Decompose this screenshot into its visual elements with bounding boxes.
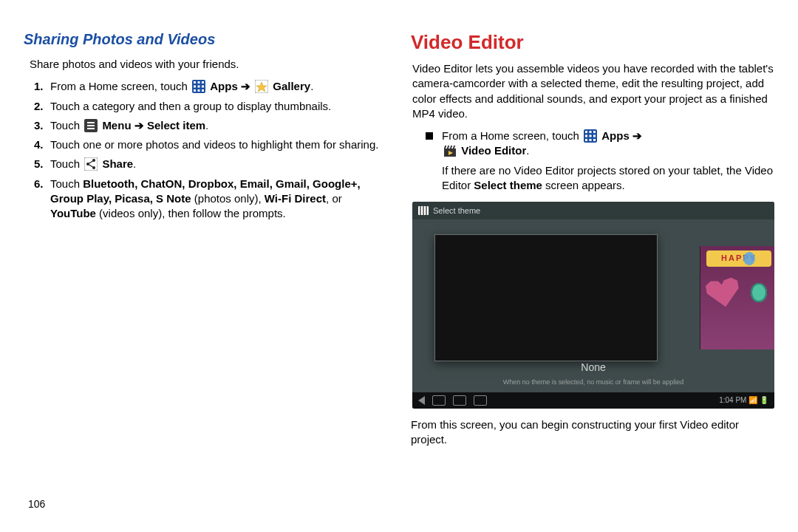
theme-none-label: None: [412, 361, 774, 375]
video-editor-intro: Video Editor lets you assemble videos yo…: [412, 61, 774, 121]
text: From a Home screen, touch: [442, 129, 582, 142]
video-preview-area: [434, 234, 658, 361]
theme-hint: When no theme is selected, no music or f…: [412, 378, 774, 386]
step-number: 3.: [34, 118, 50, 133]
step-4: 4. Touch one or more photos and videos t…: [34, 137, 387, 152]
text: From a Home screen, touch: [50, 80, 191, 92]
youtube: YouTube: [50, 207, 96, 219]
theme-thumbnail-happy: HAPPY: [700, 246, 774, 349]
home-icon: [432, 395, 446, 406]
svg-rect-30: [590, 139, 592, 141]
text: (photos only),: [191, 192, 265, 205]
svg-rect-28: [593, 135, 596, 137]
select-item-label: Select item: [147, 119, 205, 132]
topbar-title: Select theme: [433, 205, 480, 216]
sharing-intro: Share photos and videos with your friend…: [30, 57, 387, 72]
menu-label: Menu: [102, 119, 131, 132]
text: .: [205, 119, 208, 132]
svg-rect-29: [585, 139, 587, 141]
step-5: 5. Touch Share.: [34, 157, 387, 171]
arrow-icon: ➔: [630, 129, 642, 142]
step-number: 1.: [34, 79, 50, 94]
step-number: 2.: [34, 99, 50, 114]
text: Touch: [50, 157, 83, 170]
bullet-text: From a Home screen, touch Apps ➔ Video E…: [442, 129, 774, 159]
step-text: Touch one or more photos and videos to h…: [50, 137, 387, 152]
select-theme-note: If there are no Video Editor projects st…: [442, 163, 774, 194]
bullet-item: From a Home screen, touch Apps ➔ Video E…: [426, 129, 774, 159]
recent-icon: [453, 395, 466, 406]
step-1: 1. From a Home screen, touch Apps ➔ Gall…: [34, 79, 387, 94]
svg-rect-9: [202, 89, 204, 92]
apps-grid-icon: [584, 129, 597, 143]
step-3: 3. Touch Menu ➔ Select item.: [34, 118, 387, 133]
video-editor-label: Video Editor: [461, 144, 526, 157]
svg-rect-31: [593, 139, 596, 141]
svg-rect-16: [84, 157, 98, 171]
arrow-icon: ➔: [241, 80, 253, 92]
text: , or: [326, 192, 342, 205]
step-number: 6.: [34, 177, 50, 191]
svg-rect-6: [202, 86, 204, 88]
clapperboard-icon: [443, 144, 457, 157]
svg-rect-5: [198, 86, 200, 88]
step-6: 6. Touch Bluetooth, ChatON, Dropbox, Ema…: [34, 177, 387, 222]
svg-rect-23: [585, 131, 587, 133]
gallery-label: Gallery: [273, 80, 310, 92]
arrow-icon: ➔: [134, 119, 147, 132]
step-text: Touch Share.: [50, 157, 387, 171]
text: (videos only), then follow the prompts.: [96, 207, 286, 219]
apps-label: Apps: [210, 80, 238, 92]
svg-rect-3: [202, 81, 204, 83]
sharing-heading: Sharing Photos and Videos: [24, 30, 387, 50]
page-number: 106: [28, 497, 45, 511]
wifi-direct: Wi-Fi Direct: [265, 192, 326, 205]
text: .: [310, 80, 313, 92]
below-screenshot-text: From this screen, you can begin construc…: [411, 417, 774, 448]
svg-rect-26: [585, 135, 587, 137]
text: .: [526, 144, 529, 157]
text: Touch: [50, 119, 83, 132]
tablet-screenshot: Select theme HAPPY None When no theme is…: [412, 202, 774, 409]
back-icon: [418, 396, 425, 405]
share-icon: [84, 157, 98, 171]
video-editor-heading: Video Editor: [411, 30, 774, 55]
screenshot-icon: [474, 395, 487, 406]
square-bullet-icon: [426, 132, 433, 140]
menu-icon: [84, 119, 98, 132]
left-column: Sharing Photos and Videos Share photos a…: [24, 30, 393, 517]
svg-rect-27: [590, 135, 592, 137]
apps-grid-icon: [192, 80, 205, 93]
right-column: Video Editor Video Editor lets you assem…: [411, 30, 774, 517]
clapperboard-icon: [418, 206, 429, 215]
share-label: Share: [102, 157, 133, 170]
select-theme-label: Select theme: [474, 179, 542, 191]
svg-rect-25: [593, 131, 596, 133]
happy-banner: HAPPY: [706, 250, 771, 267]
svg-rect-4: [194, 86, 196, 88]
text: .: [133, 157, 136, 170]
step-text: Touch Menu ➔ Select item.: [50, 118, 387, 133]
clock-label: 1:04 PM: [719, 395, 746, 406]
step-text: From a Home screen, touch Apps ➔ Gallery…: [50, 79, 387, 94]
svg-rect-7: [194, 89, 196, 92]
step-number: 5.: [34, 157, 50, 171]
step-text: Touch Bluetooth, ChatON, Dropbox, Email,…: [50, 177, 387, 222]
balloon-icon: [751, 283, 767, 302]
manual-page: Sharing Photos and Videos Share photos a…: [0, 0, 798, 532]
step-number: 4.: [34, 137, 50, 152]
gallery-icon: [255, 80, 268, 93]
text: Touch: [50, 177, 83, 190]
steps-list: 1. From a Home screen, touch Apps ➔ Gall…: [34, 79, 387, 221]
svg-rect-2: [198, 81, 200, 83]
step-2: 2. Touch a category and then a group to …: [34, 99, 387, 114]
balloon-icon: [743, 252, 755, 265]
svg-rect-24: [590, 131, 592, 133]
apps-label: Apps: [601, 129, 630, 142]
svg-rect-1: [194, 81, 196, 83]
tablet-navbar: 1:04 PM 📶 🔋: [412, 392, 774, 409]
heart-icon: [702, 274, 744, 314]
tablet-topbar: Select theme: [412, 202, 774, 219]
text: screen appears.: [542, 179, 625, 191]
svg-rect-8: [198, 89, 200, 92]
